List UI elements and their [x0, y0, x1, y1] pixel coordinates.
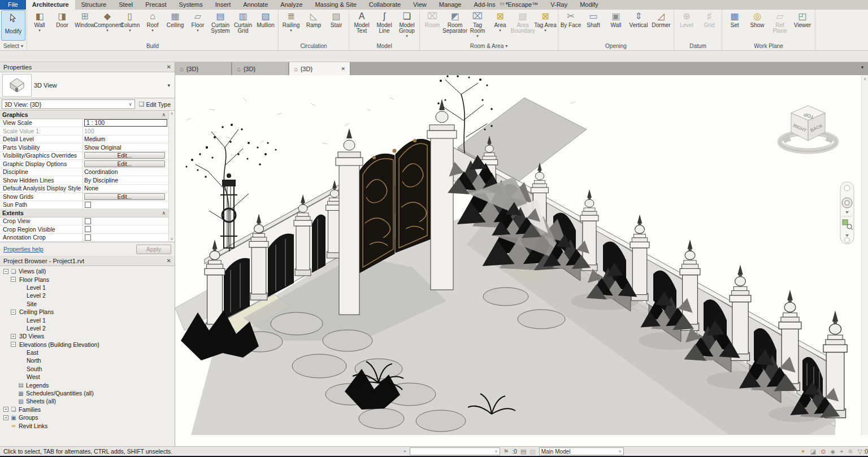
browser-tree-item[interactable]: − ❏ Views (all) [0, 267, 175, 275]
property-row[interactable]: Crop Region Visible [0, 225, 175, 234]
browser-tree-item[interactable]: Level 1 [0, 284, 175, 291]
ribbon-tab[interactable]: Annotate [237, 0, 274, 10]
property-checkbox[interactable] [85, 226, 91, 232]
nav-top-icon[interactable] [844, 185, 850, 191]
browser-tree-item[interactable]: Level 2 [0, 291, 175, 299]
ribbon-tab[interactable]: Manage [433, 0, 468, 10]
expand-collapse-icon[interactable]: + [3, 407, 8, 412]
close-properties-icon[interactable]: ✕ [167, 64, 171, 70]
design-options-icon[interactable]: ▤ [520, 449, 526, 455]
type-selector[interactable]: 3D View ▾ [0, 72, 175, 98]
property-row[interactable]: Visibility/Graphics Overrides Edit... [0, 152, 175, 160]
selection-filter-icon[interactable]: ▽ [858, 449, 862, 455]
background-processes-icon[interactable]: ✱ [848, 449, 853, 455]
panel-label[interactable]: Model▾ [350, 42, 418, 50]
zoom-icon[interactable] [843, 220, 848, 225]
ribbon-button[interactable]: ◧ Wall ▾ [28, 10, 51, 32]
ribbon-tab[interactable]: Collaborate [363, 0, 407, 10]
ribbon-button[interactable]: ⌧ Room ▾ [421, 10, 444, 28]
apply-button[interactable]: Apply [136, 245, 171, 254]
ribbon-button[interactable]: ⊠ Tag Area ▾ [534, 10, 557, 32]
ribbon-button[interactable]: ⊞ Window ▾ [73, 10, 96, 28]
browser-tree-item[interactable]: Level 2 [0, 324, 175, 332]
panel-label[interactable]: Datum▾ [675, 42, 721, 50]
expand-collapse-icon[interactable]: − [11, 342, 16, 347]
browser-tree-item[interactable]: North [0, 356, 175, 364]
ribbon-button[interactable]: ◿ Dormer ▾ [650, 10, 672, 28]
property-row[interactable]: Detail Level Medium Medium [0, 136, 175, 144]
ribbon-button[interactable]: A Model Text ▾ [350, 10, 373, 34]
ribbon-tab[interactable]: Architecture [26, 0, 75, 10]
ribbon-button[interactable]: ◆ Component ▾ [96, 10, 119, 32]
property-row[interactable]: Graphics ∧ [0, 111, 175, 119]
view-tab-list-icon[interactable]: ▼ [860, 65, 865, 70]
ribbon-button[interactable]: ≣ Railing ▾ [280, 10, 302, 32]
ribbon-button[interactable]: ⌂ Roof ▾ [141, 10, 164, 32]
ribbon-button[interactable]: ▤ Curtain System ▾ [209, 10, 232, 34]
ribbon-button[interactable]: ❏ Model Group ▾ [396, 10, 418, 38]
view-tab[interactable]: ⌂ {3D} [232, 62, 289, 75]
select-elements-by-face-icon[interactable]: ◈ [830, 449, 835, 455]
ribbon-tab[interactable]: V-Ray [544, 0, 574, 10]
3d-model-view[interactable] [175, 75, 861, 435]
select-panel-label[interactable]: Select▾ [1, 42, 25, 50]
edit-button[interactable]: Edit... [84, 152, 165, 159]
property-row[interactable]: Discipline Coordination Coordination [0, 168, 175, 177]
scroll-up-icon[interactable]: ∧ [863, 77, 866, 81]
ribbon-button[interactable]: ▧ Area Boundary ▾ [511, 10, 534, 34]
property-row[interactable]: Annotation Crop [0, 234, 175, 242]
expand-collapse-icon[interactable]: − [3, 269, 8, 274]
browser-tree-item[interactable]: + ❏ Families [0, 406, 175, 414]
browser-tree-item[interactable]: − Ceiling Plans [0, 308, 175, 316]
ribbon-tab[interactable]: Systems [173, 0, 209, 10]
view-tab[interactable]: ⌂ {3D} ✕ [289, 62, 350, 75]
ribbon-tab[interactable]: Add-Ins [468, 0, 502, 10]
model-canvas[interactable]: TOP RIGHT BACK 1 : 100 [175, 75, 861, 435]
project-browser-title-bar[interactable]: Project Browser - Project1.rvt ✕ [0, 256, 175, 266]
property-row[interactable]: View Scale 1 : 100 1 : 100 [0, 119, 175, 128]
view-instance-select[interactable]: 3D View: {3D} ∨ [2, 99, 135, 109]
expand-collapse-icon[interactable]: + [3, 415, 8, 420]
active-workset-select[interactable]: ∨ [410, 447, 500, 455]
properties-scrollbar[interactable]: ∧∨ [168, 111, 175, 242]
ribbon-button[interactable]: ▭ Shaft ▾ [582, 10, 605, 28]
property-row[interactable]: Show Hidden Lines By Discipline By Disci… [0, 176, 175, 185]
browser-tree-item[interactable]: South [0, 365, 175, 373]
ribbon-button[interactable]: ▱ Floor ▾ [186, 10, 209, 32]
panel-label[interactable]: Opening▾ [559, 42, 672, 50]
ribbon-button[interactable]: ▥ Curtain Grid ▾ [232, 10, 254, 34]
browser-tree-item[interactable]: Level 1 [0, 316, 175, 324]
browser-tree-item[interactable]: East [0, 349, 175, 356]
ribbon-button[interactable]: ▱ Ref Plane ▾ [769, 10, 791, 34]
browser-tree-item[interactable]: + 3D Views [0, 332, 175, 340]
ribbon-button[interactable]: ▨ Stair ▾ [325, 10, 348, 28]
ribbon-tab[interactable]: Structure [75, 0, 113, 10]
edit-type-button[interactable]: ❏ Edit Type [137, 99, 173, 110]
ribbon-button[interactable]: ♯ Grid ▾ [698, 10, 721, 28]
property-row[interactable]: Extents ∧ [0, 209, 175, 217]
panel-label[interactable]: Work Plane▾ [723, 42, 814, 50]
select-underlay-elements-icon[interactable]: ◪ [810, 449, 816, 455]
expand-collapse-icon[interactable]: − [11, 277, 16, 282]
ribbon-button[interactable]: ◎ Show ▾ [746, 10, 769, 28]
browser-tree-item[interactable]: − Elevations (Building Elevation) [0, 341, 175, 349]
property-row[interactable]: Parts Visibility Show Original Show Orig… [0, 143, 175, 152]
ribbon-tab[interactable]: Modify [574, 0, 604, 10]
ribbon-tab[interactable]: View [407, 0, 433, 10]
ribbon-button[interactable]: ▦ Ceiling ▾ [164, 10, 186, 28]
ribbon-button[interactable]: ◨ Door ▾ [51, 10, 73, 28]
property-checkbox[interactable] [85, 202, 91, 208]
edit-button[interactable]: Edit... [84, 160, 165, 167]
property-row[interactable]: Show Grids Edit... [0, 193, 175, 201]
nav-bottom-icon[interactable] [845, 238, 850, 243]
close-view-icon[interactable]: ✕ [341, 66, 345, 72]
drag-elements-on-selection-icon[interactable]: + [840, 449, 843, 455]
expand-collapse-icon[interactable]: + [11, 334, 16, 339]
browser-tree-item[interactable]: − Floor Plans [0, 275, 175, 283]
panel-label[interactable]: Room & Area▾ [421, 42, 557, 50]
property-row[interactable]: Graphic Display Options Edit... [0, 160, 175, 168]
navigation-bar[interactable] [840, 181, 854, 245]
ribbon-button[interactable]: ⊕ Level ▾ [675, 10, 698, 28]
ribbon-button[interactable]: ⊠ Area ▾ [489, 10, 511, 32]
select-links-icon[interactable]: ✦ [801, 449, 806, 455]
